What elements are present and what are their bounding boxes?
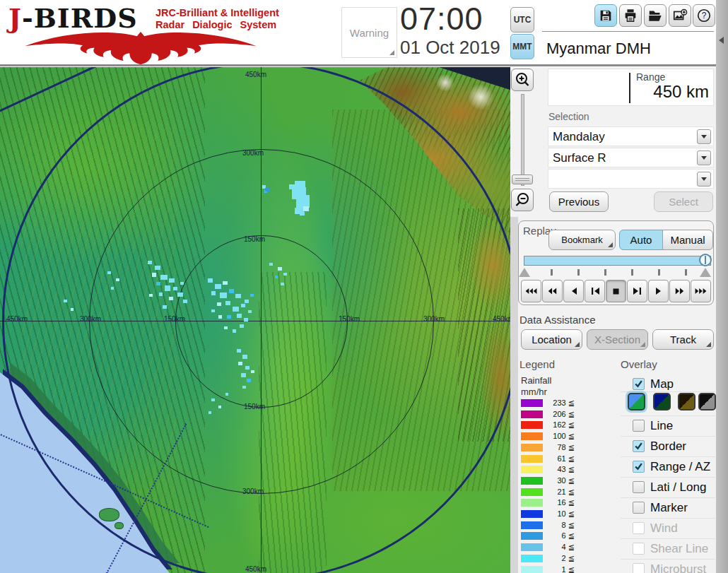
rain-echo <box>278 267 282 271</box>
legend-color-swatch <box>521 532 543 540</box>
playback-stop-button[interactable] <box>606 280 626 302</box>
replay-slider-handle[interactable] <box>699 254 712 266</box>
rain-echo <box>241 304 245 307</box>
playback-play-button[interactable] <box>648 280 669 302</box>
playback-step-back-button[interactable] <box>563 280 584 302</box>
zoom-slider-handle[interactable] <box>512 175 533 184</box>
checked-checkbox[interactable] <box>633 378 645 390</box>
rain-echo <box>233 307 239 312</box>
replay-range-end-marker[interactable] <box>700 268 711 277</box>
map-style-swatch-4[interactable] <box>698 393 716 410</box>
save-button[interactable] <box>594 4 617 27</box>
overlay-item-microburst: Microburst <box>621 562 715 573</box>
range-ring-label: 450km <box>6 316 28 323</box>
manual-mode-button[interactable]: Manual <box>662 230 713 250</box>
site-dropdown[interactable]: Mandalay <box>548 126 714 146</box>
zoom-in-icon <box>514 71 531 88</box>
select-button[interactable]: Select <box>654 191 713 212</box>
legend-unit-line2: mm/hr <box>521 386 547 397</box>
replay-range-start-marker[interactable] <box>519 268 530 277</box>
range-ring-label: 150km <box>244 403 265 410</box>
checked-checkbox[interactable] <box>633 440 645 452</box>
radar-map[interactable]: 450km300km150km150km300km450km450km300km… <box>0 67 510 573</box>
rain-echo <box>177 293 183 297</box>
track-label: Track <box>670 333 696 345</box>
slider-tick <box>577 269 580 276</box>
map-style-swatch-1[interactable] <box>628 393 645 410</box>
unchecked-checkbox[interactable] <box>633 481 645 493</box>
rain-echo <box>300 212 305 215</box>
clock-date: 01 Oct 2019 <box>400 37 500 59</box>
legend-row: 10 ≦ <box>521 510 599 519</box>
playback-rewind-fast-button[interactable] <box>542 280 563 302</box>
legend-color-swatch <box>521 455 543 463</box>
legend-color-swatch <box>521 555 543 562</box>
product-dropdown[interactable]: Surface R <box>548 148 714 167</box>
utc-button[interactable]: UTC <box>510 7 534 33</box>
site-dropdown-button[interactable] <box>697 129 711 144</box>
rain-echo <box>148 261 152 264</box>
bookmark-label: Bookmark <box>561 235 603 245</box>
playback-forward-fast-button[interactable] <box>669 280 690 302</box>
print-button[interactable] <box>619 4 642 27</box>
overlay-separator <box>621 436 715 437</box>
legend-color-swatch <box>521 432 543 440</box>
option-dropdown[interactable] <box>548 169 714 189</box>
mmt-button[interactable]: MMT <box>510 34 534 59</box>
track-button[interactable]: Track <box>652 329 714 350</box>
select-label: Select <box>669 196 698 208</box>
legend-threshold-value: 16 ≦ <box>542 498 575 507</box>
unchecked-checkbox <box>633 522 645 534</box>
panel-collapse-icon[interactable] <box>719 37 724 44</box>
rain-echo <box>241 373 246 377</box>
playback-skip-end-button[interactable] <box>627 280 647 302</box>
overlay-item-label: Shear Line <box>650 542 708 556</box>
rain-echo <box>245 366 249 370</box>
map-style-swatches <box>621 393 715 412</box>
playback-rewind-fastest-button[interactable] <box>521 280 541 302</box>
legend-row: 4 ≦ <box>521 543 599 553</box>
product-dropdown-value: Surface R <box>553 151 606 165</box>
rain-echo <box>303 206 309 211</box>
replay-slider-track[interactable] <box>524 256 711 266</box>
rain-echo <box>208 278 213 283</box>
legend-row: 21 ≦ <box>521 488 599 497</box>
location-button[interactable]: Location <box>521 329 582 350</box>
add-image-button[interactable] <box>669 4 691 27</box>
play-icon <box>655 287 662 295</box>
map-style-swatch-2[interactable] <box>653 393 671 410</box>
unchecked-checkbox[interactable] <box>633 502 645 514</box>
rain-echo <box>163 305 167 309</box>
product-dropdown-button[interactable] <box>697 150 711 165</box>
legend-row: 6 ≦ <box>521 532 599 541</box>
auto-mode-button[interactable]: Auto <box>619 230 663 250</box>
unchecked-checkbox[interactable] <box>633 420 645 432</box>
checked-checkbox[interactable] <box>633 461 645 473</box>
rain-echo <box>149 294 153 297</box>
zoom-out-button[interactable] <box>511 189 534 211</box>
rain-echo <box>238 362 242 365</box>
rain-echo <box>165 285 170 291</box>
playback-forward-fastest-button[interactable] <box>691 280 711 302</box>
legend-threshold-value: 233 ≦ <box>542 398 575 408</box>
overlay-label: Overlay <box>621 358 657 370</box>
warning-button[interactable]: Warning <box>341 7 397 58</box>
zoom-in-button[interactable] <box>511 69 534 91</box>
previous-button[interactable]: Previous <box>549 191 609 212</box>
open-folder-button[interactable] <box>644 4 667 27</box>
legend-threshold-value: 61 ≦ <box>542 454 575 463</box>
x-section-button[interactable]: X-Section <box>587 329 648 350</box>
rain-echo <box>160 275 168 280</box>
rain-echo <box>227 315 231 319</box>
playback-skip-start-button[interactable] <box>585 280 605 302</box>
toolbar-divider <box>542 31 714 32</box>
map-style-swatch-3[interactable] <box>678 393 695 410</box>
rain-echo <box>107 271 111 274</box>
rain-echo <box>247 379 251 382</box>
overlay-separator <box>621 518 715 519</box>
option-dropdown-button[interactable] <box>697 172 711 187</box>
help-button[interactable]: ? <box>693 4 715 27</box>
bookmark-button[interactable]: Bookmark <box>548 230 616 250</box>
zoom-slider-track[interactable] <box>521 94 524 186</box>
eagle-icon <box>6 28 276 66</box>
